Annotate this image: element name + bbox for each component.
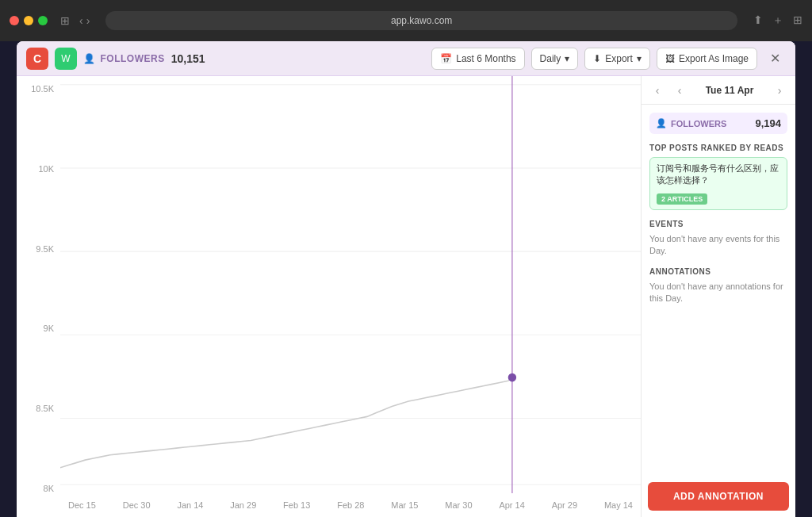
export-image-button[interactable]: 🖼 Export As Image	[657, 48, 757, 70]
followers-sidebar-label: 👤 FOLLOWERS	[656, 118, 726, 128]
y-label-10k: 10K	[23, 164, 54, 174]
chevron-down-icon-export: ▾	[637, 53, 642, 64]
top-posts-section: TOP POSTS RANKED BY READS 订阅号和服务号有什么区别，应…	[649, 144, 787, 210]
chart-svg-container	[60, 76, 641, 493]
toolbar-right: 📅 Last 6 Months Daily ▾ ⬇ Export ▾ 🖼 Exp…	[431, 48, 786, 70]
prev-day-button[interactable]: ‹	[670, 81, 689, 100]
followers-person-icon: 👤	[83, 53, 96, 64]
top-post-text: 订阅号和服务号有什么区别，应该怎样选择？	[657, 163, 780, 187]
y-label-95k: 9.5K	[23, 244, 54, 254]
y-axis: 10.5K 10K 9.5K 9K 8.5K 8K	[17, 76, 60, 493]
back-icon[interactable]: ‹	[79, 14, 83, 27]
top-post-badge: 2 ARTICLES	[657, 193, 707, 205]
x-label-feb28: Feb 28	[337, 500, 364, 510]
address-bar[interactable]: app.kawo.com	[105, 11, 737, 30]
maximize-button[interactable]	[38, 16, 48, 25]
y-label-9k: 9K	[23, 324, 54, 333]
add-tab-icon[interactable]: ＋	[772, 13, 783, 28]
date-range-button[interactable]: 📅 Last 6 Months	[431, 48, 524, 70]
toolbar-left: C W 👤 FOLLOWERS 10,151	[26, 48, 422, 70]
window-icon: ⊞	[60, 14, 70, 27]
followers-sidebar-icon: 👤	[656, 118, 667, 128]
x-label-feb13: Feb 13	[283, 500, 310, 510]
followers-count: 10,151	[171, 52, 205, 65]
add-annotation-button[interactable]: ADD ANNOTATION	[648, 482, 789, 511]
followers-sidebar-row: 👤 FOLLOWERS 9,194	[649, 113, 787, 134]
x-label-jan14: Jan 14	[177, 500, 203, 510]
close-panel-button[interactable]: ✕	[764, 48, 786, 70]
followers-label: 👤 FOLLOWERS	[83, 53, 165, 64]
x-label-jan29: Jan 29	[230, 500, 256, 510]
events-empty-text: You don't have any events for this Day.	[649, 233, 787, 258]
x-label-dec15: Dec 15	[68, 500, 96, 510]
url-text: app.kawo.com	[391, 15, 452, 26]
sidebar-content: 👤 FOLLOWERS 9,194 TOP POSTS RANKED BY RE…	[642, 105, 795, 476]
next-day-button[interactable]: ›	[770, 81, 789, 100]
date-display: Tue 11 Apr	[692, 85, 767, 96]
browser-actions: ⬆ ＋ ⊞	[753, 13, 802, 28]
image-icon: 🖼	[665, 53, 675, 64]
y-label-85k: 8.5K	[23, 404, 54, 413]
followers-sidebar-count: 9,194	[755, 117, 781, 129]
x-label-dec30: Dec 30	[123, 500, 151, 510]
right-sidebar: ‹ ‹ Tue 11 Apr › 👤 FOLLOWERS 9,194 TOP P	[641, 76, 795, 517]
browser-icons: ⊞	[60, 14, 70, 27]
account-icon-red: C	[26, 48, 48, 70]
minimize-button[interactable]	[24, 16, 33, 25]
annotations-empty-text: You don't have any annotations for this …	[649, 281, 787, 305]
x-label-apr29: Apr 29	[552, 500, 577, 510]
svg-point-7	[508, 373, 516, 382]
share-icon[interactable]: ⬆	[753, 13, 763, 28]
forward-icon[interactable]: ›	[86, 14, 90, 27]
account-icon-green: W	[55, 48, 77, 70]
events-title: EVENTS	[649, 220, 787, 228]
main-content: 10.5K 10K 9.5K 9K 8.5K 8K	[17, 76, 795, 517]
y-label-8k: 8K	[23, 484, 54, 493]
download-icon: ⬇	[593, 53, 601, 64]
app-area: C W 👤 FOLLOWERS 10,151 📅 Last 6 Months D…	[17, 41, 795, 517]
annotations-title: ANNOTATIONS	[649, 267, 787, 276]
browser-nav: ‹ ›	[79, 14, 90, 27]
x-label-may14: May 14	[604, 500, 633, 510]
y-label-105k: 10.5K	[23, 84, 54, 94]
top-post-card[interactable]: 订阅号和服务号有什么区别，应该怎样选择？ 2 ARTICLES	[649, 157, 787, 210]
traffic-lights	[10, 16, 48, 25]
chevron-down-icon: ▾	[565, 53, 569, 64]
x-label-mar30: Mar 30	[445, 500, 472, 510]
x-label-mar15: Mar 15	[391, 500, 418, 510]
browser-chrome: ⊞ ‹ › app.kawo.com ⬆ ＋ ⊞	[0, 0, 812, 41]
close-button[interactable]	[10, 16, 19, 25]
toolbar: C W 👤 FOLLOWERS 10,151 📅 Last 6 Months D…	[17, 41, 795, 76]
annotations-section: ANNOTATIONS You don't have any annotatio…	[649, 267, 787, 305]
calendar-icon: 📅	[440, 53, 452, 64]
chart-area: 10.5K 10K 9.5K 9K 8.5K 8K	[17, 76, 641, 517]
export-button[interactable]: ⬇ Export ▾	[584, 48, 650, 70]
interval-button[interactable]: Daily ▾	[531, 48, 579, 70]
top-posts-title: TOP POSTS RANKED BY READS	[649, 144, 787, 152]
chart-svg	[60, 76, 641, 493]
x-axis: Dec 15 Dec 30 Jan 14 Jan 29 Feb 13 Feb 2…	[60, 493, 641, 517]
x-label-apr14: Apr 14	[499, 500, 524, 510]
prev-month-button[interactable]: ‹	[648, 81, 667, 100]
sidebar-nav: ‹ ‹ Tue 11 Apr ›	[642, 76, 795, 105]
grid-icon[interactable]: ⊞	[793, 13, 802, 28]
chart-container: 10.5K 10K 9.5K 9K 8.5K 8K	[17, 76, 641, 517]
events-section: EVENTS You don't have any events for thi…	[649, 220, 787, 258]
